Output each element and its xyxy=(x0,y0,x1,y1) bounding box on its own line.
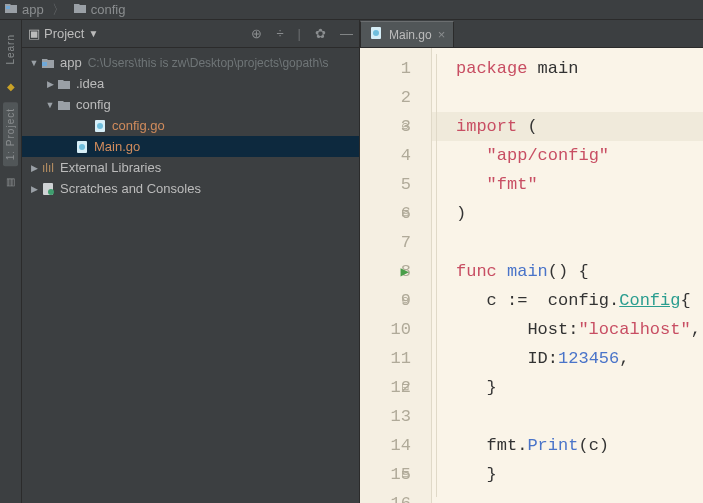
tree-external-libraries[interactable]: ılıl External Libraries xyxy=(22,157,359,178)
editor-area: Main.go × 1 2 3⊖ 4 5 6⊟ 7 8▶ 9⊖ 10 11 12… xyxy=(360,20,703,503)
project-panel: ▣ Project ▼ ⊕ ÷ | ✿ — app C:\Users\this … xyxy=(22,20,360,503)
project-icon: ▣ xyxy=(28,26,40,41)
go-file-icon xyxy=(92,118,108,134)
line-number: 1 xyxy=(360,54,411,83)
line-number: 7 xyxy=(360,228,411,257)
code-editor[interactable]: 1 2 3⊖ 4 5 6⊟ 7 8▶ 9⊖ 10 11 12⊟ 13 14 15… xyxy=(360,48,703,503)
tree-node-label: External Libraries xyxy=(60,160,161,175)
fold-end-icon[interactable]: ⊟ xyxy=(402,373,409,402)
line-number: 8▶ xyxy=(360,257,411,286)
line-number: 2 xyxy=(360,83,411,112)
fold-icon[interactable]: ⊖ xyxy=(402,112,409,141)
svg-rect-0 xyxy=(6,6,10,9)
go-file-icon xyxy=(74,139,90,155)
folder-icon xyxy=(56,97,72,113)
tree-root[interactable]: app C:\Users\this is zw\Desktop\projects… xyxy=(22,52,359,73)
folder-icon xyxy=(73,2,87,17)
tree-node-label: .idea xyxy=(76,76,104,91)
scratches-icon xyxy=(40,181,56,197)
breadcrumb-separator: 〉 xyxy=(52,1,65,19)
svg-rect-1 xyxy=(42,62,47,66)
module-icon xyxy=(4,2,18,17)
line-number: 5 xyxy=(360,170,411,199)
project-panel-title[interactable]: Project xyxy=(44,26,84,41)
fold-end-icon[interactable]: ⊟ xyxy=(402,199,409,228)
tool-project[interactable]: 1: Project xyxy=(3,102,18,166)
breadcrumb: app 〉 config xyxy=(0,0,703,20)
line-number: 9⊖ xyxy=(360,286,411,315)
tool-learn[interactable]: Learn xyxy=(5,28,16,71)
project-tree: app C:\Users\this is zw\Desktop\projects… xyxy=(22,48,359,203)
tree-node-label: app xyxy=(60,55,82,70)
run-icon[interactable]: ▶ xyxy=(401,257,409,286)
close-icon[interactable]: × xyxy=(438,27,446,42)
expand-arrow-icon[interactable] xyxy=(28,183,40,194)
tree-node-label: config xyxy=(76,97,111,112)
line-number: 6⊟ xyxy=(360,199,411,228)
tree-node-label: config.go xyxy=(112,118,165,133)
editor-tab[interactable]: Main.go × xyxy=(360,21,454,47)
folder-icon xyxy=(56,76,72,92)
svg-point-3 xyxy=(97,123,103,129)
breadcrumb-item[interactable]: app xyxy=(22,2,44,17)
breadcrumb-item[interactable]: config xyxy=(91,2,126,17)
collapse-icon[interactable]: ÷ xyxy=(276,26,283,41)
expand-arrow-icon[interactable] xyxy=(44,99,56,110)
tree-node-idea[interactable]: .idea xyxy=(22,73,359,94)
fold-end-icon[interactable]: ⊟ xyxy=(402,460,409,489)
code-body[interactable]: package main import ( "app/config" "fmt"… xyxy=(432,48,703,503)
tree-node-config[interactable]: config xyxy=(22,94,359,115)
library-icon: ılıl xyxy=(40,160,56,176)
line-number: 13 xyxy=(360,402,411,431)
expand-arrow-icon[interactable] xyxy=(28,162,40,173)
tool-learn-icon[interactable]: ◆ xyxy=(7,81,15,92)
tree-node-label: Main.go xyxy=(94,139,140,154)
svg-point-5 xyxy=(79,144,85,150)
tool-structure-icon[interactable]: ▥ xyxy=(6,176,15,187)
fold-icon[interactable]: ⊖ xyxy=(402,286,409,315)
gutter: 1 2 3⊖ 4 5 6⊟ 7 8▶ 9⊖ 10 11 12⊟ 13 14 15… xyxy=(360,48,432,503)
expand-arrow-icon[interactable] xyxy=(28,57,40,68)
line-number: 3⊖ xyxy=(360,112,411,141)
svg-point-9 xyxy=(373,30,379,36)
hide-icon[interactable]: — xyxy=(340,26,353,41)
line-number: 16 xyxy=(360,489,411,503)
tree-node-label: Scratches and Consoles xyxy=(60,181,201,196)
svg-point-7 xyxy=(48,189,54,195)
go-file-icon xyxy=(369,26,383,43)
line-number: 12⊟ xyxy=(360,373,411,402)
tree-node-main-go[interactable]: Main.go xyxy=(22,136,359,157)
line-number: 4 xyxy=(360,141,411,170)
tree-node-config-go[interactable]: config.go xyxy=(22,115,359,136)
project-panel-header: ▣ Project ▼ ⊕ ÷ | ✿ — xyxy=(22,20,359,48)
tree-node-path: C:\Users\this is zw\Desktop\projects\gop… xyxy=(88,56,329,70)
line-number: 11 xyxy=(360,344,411,373)
module-icon xyxy=(40,55,56,71)
line-number: 14 xyxy=(360,431,411,460)
locate-icon[interactable]: ⊕ xyxy=(251,26,262,41)
tool-strip: Learn ◆ 1: Project ▥ xyxy=(0,20,22,503)
expand-arrow-icon[interactable] xyxy=(44,78,56,89)
tree-scratches[interactable]: Scratches and Consoles xyxy=(22,178,359,199)
line-number: 15⊟ xyxy=(360,460,411,489)
editor-tab-bar: Main.go × xyxy=(360,20,703,48)
chevron-down-icon[interactable]: ▼ xyxy=(88,28,98,39)
gear-icon[interactable]: ✿ xyxy=(315,26,326,41)
editor-tab-label: Main.go xyxy=(389,28,432,42)
line-number: 10 xyxy=(360,315,411,344)
